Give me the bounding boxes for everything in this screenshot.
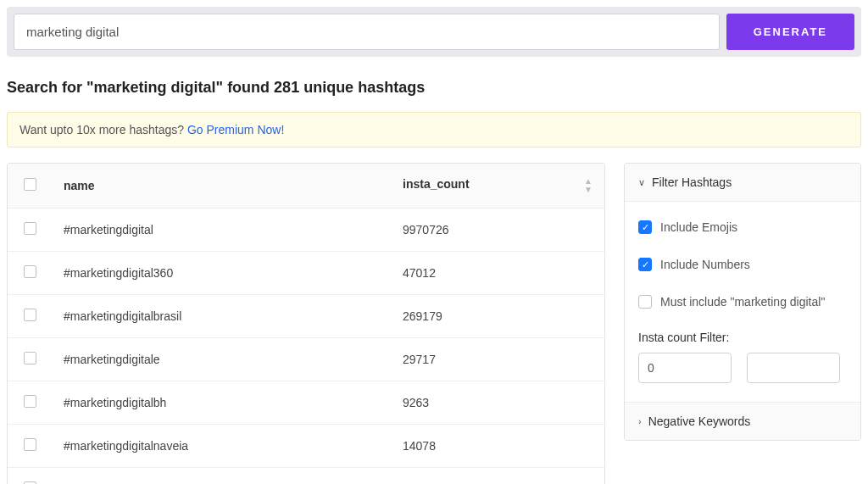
column-header-name[interactable]: name [52,164,391,209]
table-row: #marketingdigitals 13507 [8,468,604,485]
insta-max-input[interactable] [747,353,840,383]
insta-min-input[interactable] [638,353,732,383]
must-include-checkbox[interactable] [638,295,652,309]
row-checkbox[interactable] [24,265,36,278]
hashtag-name: #marketingdigitals [52,468,391,485]
table-row: #marketingdigitalbrasil 269179 [8,295,604,338]
premium-banner: Want upto 10x more hashtags? Go Premium … [7,112,861,147]
include-emojis-checkbox[interactable]: ✓ [638,220,652,234]
select-all-checkbox[interactable] [24,178,36,191]
table-row: #marketingdigital 9970726 [8,209,604,252]
row-checkbox[interactable] [24,395,36,408]
hashtag-name: #marketingdigitalnaveia [52,425,391,468]
table-row: #marketingdigitale 29717 [8,338,604,381]
column-header-count[interactable]: insta_count▲▼ [391,164,604,209]
hashtag-count: 29717 [391,338,604,381]
include-emojis-label: Include Emojis [660,220,737,234]
hashtag-count: 13507 [391,468,604,485]
row-checkbox[interactable] [24,309,36,321]
must-include-label: Must include "marketing digital" [660,295,825,309]
premium-link[interactable]: Go Premium Now! [187,123,284,136]
hashtag-name: #marketingdigitale [52,338,391,381]
premium-text: Want upto 10x more hashtags? [19,123,187,136]
chevron-right-icon: › [638,416,642,426]
hashtag-name: #marketingdigitalbh [52,381,391,425]
table-row: #marketingdigitalnaveia 14078 [8,425,604,468]
row-checkbox[interactable] [24,222,36,235]
hashtag-count: 269179 [391,295,604,338]
filter-title: Filter Hashtags [652,175,732,189]
row-checkbox[interactable] [24,438,36,451]
generate-button[interactable]: GENERATE [726,14,854,50]
hashtag-count: 9263 [391,381,604,425]
search-input[interactable] [14,14,720,50]
hashtag-name: #marketingdigital [52,209,391,252]
hashtag-table: name insta_count▲▼ #marketingdigital 997… [7,163,605,484]
negative-keywords-title: Negative Keywords [648,414,751,428]
insta-count-label: Insta count Filter: [638,331,847,344]
table-row: #marketingdigital360 47012 [8,252,604,295]
hashtag-count: 9970726 [391,209,604,252]
search-bar: GENERATE [7,7,861,57]
filter-hashtags-header[interactable]: ∨ Filter Hashtags [625,164,860,202]
chevron-down-icon: ∨ [638,177,645,188]
hashtag-count: 47012 [391,252,604,295]
sort-icon[interactable]: ▲▼ [584,177,593,194]
results-heading: Search for "marketing digital" found 281… [7,79,861,97]
include-numbers-checkbox[interactable]: ✓ [638,258,652,271]
hashtag-name: #marketingdigital360 [52,252,391,295]
row-checkbox[interactable] [24,352,36,364]
negative-keywords-header[interactable]: › Negative Keywords [625,402,860,440]
table-row: #marketingdigitalbh 9263 [8,381,604,425]
hashtag-count: 14078 [391,425,604,468]
hashtag-name: #marketingdigitalbrasil [52,295,391,338]
filter-sidebar: ∨ Filter Hashtags ✓ Include Emojis ✓ Inc… [624,163,861,441]
include-numbers-label: Include Numbers [660,258,750,271]
